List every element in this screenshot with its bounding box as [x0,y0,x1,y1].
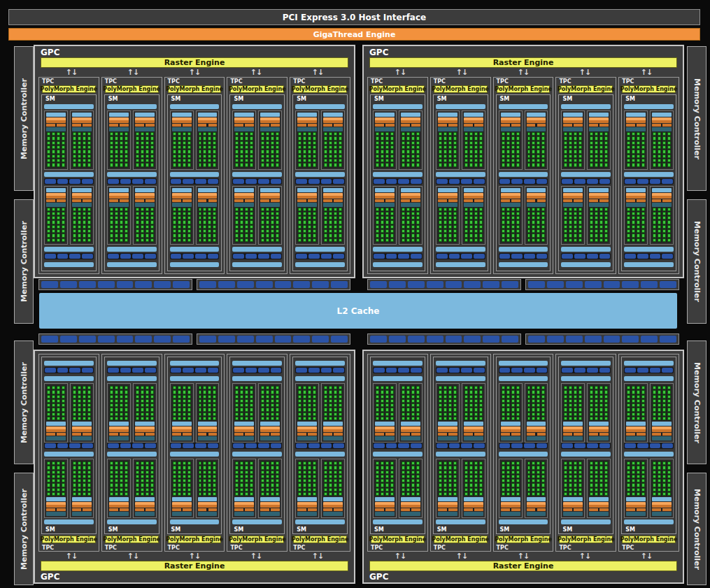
sm-label: SM [295,95,345,103]
blue-segment [524,443,535,448]
core-cell [298,216,301,220]
light-blue-bar [373,247,423,252]
core-cell [527,475,531,478]
blue-segment [120,368,132,373]
teal-bar [464,436,483,440]
blue-segment-bar [295,253,345,259]
core-cell [334,479,337,482]
orange-bar [260,193,280,199]
blue-segment [45,179,56,184]
core-cell [381,145,384,149]
core-cell [203,395,206,399]
core-cell [235,163,239,166]
sm-block-pair [373,110,423,170]
core-cell [47,403,50,407]
core-cell [125,234,128,237]
core-cell [235,220,239,224]
core-cell [627,212,630,215]
core-grid [438,461,457,496]
core-cell [78,461,81,465]
sm-label: SM [232,95,282,103]
blue-segment [195,254,206,259]
core-cell [604,238,608,242]
core-cell [448,413,452,416]
core-cell [73,390,76,394]
core-cell [385,395,389,399]
core-cell [511,488,515,492]
sm-processing-block [232,459,256,518]
core-cell [339,145,342,149]
core-cell [532,413,535,416]
orange-bar [501,426,520,432]
core-cell [329,471,332,474]
sm-processing-block [561,383,585,443]
core-cell [637,234,640,237]
core-cell [574,208,577,211]
core-cell [110,386,113,389]
core-cell [308,466,311,469]
core-cell [199,386,202,389]
sm-block-pair [561,459,611,518]
core-cell [208,483,211,487]
core-cell [183,399,186,403]
core-cell [658,466,661,469]
light-blue-bar [436,247,485,252]
core-cell [402,234,405,237]
core-cell [502,403,505,407]
core-cell [564,132,567,136]
core-cell [250,399,253,403]
core-cell [604,417,608,420]
core-cell [261,475,264,478]
core-cell [506,238,510,242]
core-cell [474,220,478,224]
sm-processing-block [107,186,131,245]
core-cell [653,136,656,140]
core-cell [474,216,478,220]
core-cell [376,220,379,224]
core-cell [381,225,384,229]
core-cell [73,212,76,215]
core-cell [390,386,394,389]
blue-segment [57,443,69,448]
core-cell [235,386,239,389]
core-cell [604,155,608,158]
core-cell [667,208,671,211]
core-cell [187,225,191,229]
sm-block-pair [170,186,220,245]
blue-segment [641,281,658,288]
light-blue-bar [232,104,282,109]
core-cell [115,395,118,399]
core-cell [110,220,113,224]
light-blue-bar [373,361,423,366]
core-cell [266,150,269,153]
orange-split-bar [198,433,218,436]
core-cell [298,136,301,140]
core-cell [250,390,253,394]
blue-segment [308,368,320,373]
core-cell [187,492,191,496]
core-cell [541,145,545,149]
blue-segment [461,368,472,373]
core-cell [187,466,191,469]
segment-group [197,334,350,345]
core-cell [78,229,81,233]
core-cell [637,471,640,474]
sm-label: SM [295,526,345,533]
sm-processing-block [107,110,131,170]
core-cell [276,150,279,153]
light-blue-bar [373,104,423,109]
core-cell [662,145,666,149]
core-cell [83,471,86,474]
core-cell [590,145,593,149]
core-cell [402,132,405,136]
core-cell [62,229,65,233]
core-cell [653,461,656,465]
core-cell [276,403,279,407]
core-cell [178,145,181,149]
core-cell [245,466,248,469]
blue-segment [333,254,344,259]
core-cell [637,488,640,492]
core-cell [261,132,264,136]
core-cell [411,390,415,394]
core-cell [595,488,598,492]
